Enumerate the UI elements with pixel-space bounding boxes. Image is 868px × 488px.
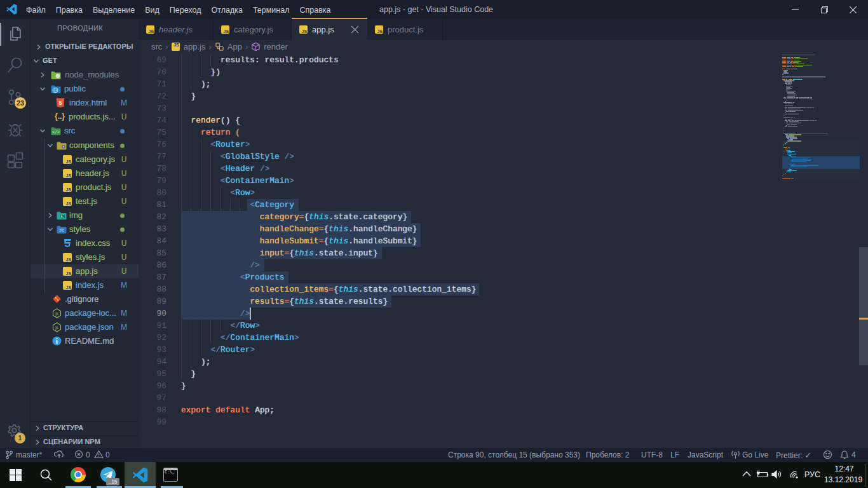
svg-text:</>: </> [52, 130, 60, 135]
svg-text:js: js [55, 325, 58, 330]
svg-text:js: js [55, 311, 58, 316]
svg-text:5: 5 [58, 100, 62, 106]
